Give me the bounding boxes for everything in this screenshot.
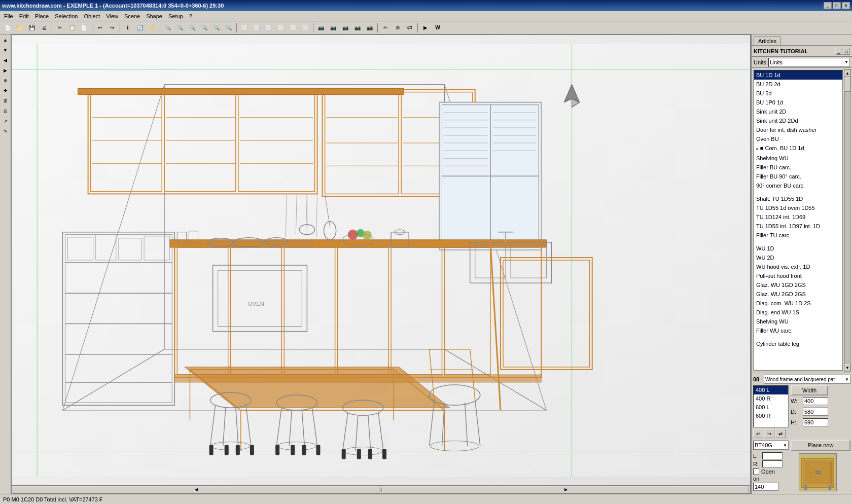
left-tb-up[interactable]: ▲ bbox=[1, 35, 10, 45]
maximize-button[interactable]: □ bbox=[833, 2, 841, 9]
menu-shape[interactable]: Shape bbox=[143, 13, 165, 20]
icon-rotate-left[interactable]: ↩ bbox=[753, 429, 763, 438]
panel-minimize[interactable]: _ bbox=[835, 48, 842, 55]
list-item-23[interactable]: WU hood vis. extr. 1D bbox=[754, 262, 842, 271]
tb-cam3[interactable]: 📷 bbox=[340, 23, 351, 33]
tb-lightning[interactable]: ⚡ bbox=[147, 23, 158, 33]
tb-view1[interactable]: ⬜ bbox=[239, 23, 250, 33]
tb-zoom-out[interactable]: 🔍 bbox=[174, 23, 186, 33]
tb-zoom-fit[interactable]: 🔍 bbox=[187, 23, 198, 33]
list-item-17[interactable]: TU 1D124 int. 1D69 bbox=[754, 212, 842, 222]
left-tb-arrow[interactable]: ↗ bbox=[1, 117, 10, 126]
list-item-24[interactable]: Pull-out hood front bbox=[754, 271, 842, 280]
tb-save[interactable]: 💾 bbox=[26, 23, 38, 33]
list-item-19[interactable]: Filler TU carc. bbox=[754, 231, 842, 240]
list-item-11[interactable]: Filler BU carc. bbox=[754, 163, 842, 172]
scroll-left-arrow[interactable]: ◀ bbox=[13, 486, 379, 493]
list-item-13[interactable]: 90° corner BU carc. bbox=[754, 181, 842, 190]
menu-view[interactable]: View bbox=[103, 13, 121, 20]
tb-zoom-3[interactable]: 🔍 bbox=[199, 23, 210, 33]
size-item-400L[interactable]: 400 L bbox=[754, 386, 788, 394]
list-item-27[interactable]: Diag. com. WU 1D 2S bbox=[754, 299, 842, 308]
tb-view2[interactable]: ⬜ bbox=[251, 23, 262, 33]
size-item-600L[interactable]: 600 L bbox=[754, 403, 788, 412]
list-item-22[interactable]: WU 2D bbox=[754, 253, 842, 262]
h-input[interactable]: 690 bbox=[803, 418, 828, 426]
left-tb-plus[interactable]: ⊕ bbox=[1, 76, 10, 85]
list-item-21[interactable]: WU 1D bbox=[754, 244, 842, 253]
open-checkbox[interactable] bbox=[753, 469, 759, 475]
left-tb-grid-minus[interactable]: ⊟ bbox=[1, 106, 10, 116]
tb-play[interactable]: ▶ bbox=[420, 23, 431, 33]
tb-cam2[interactable]: 📷 bbox=[328, 23, 339, 33]
kitchen-viewport[interactable]: OVEN bbox=[12, 35, 750, 485]
list-item-4[interactable]: BU 1P0 1d bbox=[754, 98, 842, 107]
titlebar-controls[interactable]: _ □ × bbox=[824, 2, 850, 9]
tb-cam1[interactable]: 📷 bbox=[315, 23, 327, 33]
articles-tab[interactable]: Articles bbox=[754, 37, 781, 45]
list-item-25[interactable]: Glaz. WU 1GD 2GS bbox=[754, 280, 842, 290]
icon-mirror[interactable]: ⇌ bbox=[775, 429, 786, 438]
list-scroll-down[interactable]: ▼ bbox=[844, 364, 850, 371]
d-input[interactable]: 580 bbox=[803, 408, 828, 416]
scroll-right-arrow[interactable]: ▶ bbox=[382, 486, 749, 493]
r-input[interactable] bbox=[762, 460, 783, 467]
left-tb-draw[interactable]: ✎ bbox=[1, 127, 10, 136]
list-item-9[interactable]: ■ Com. BU 1D 1d bbox=[754, 143, 842, 154]
size-list[interactable]: 400 L400 R600 L600 R bbox=[753, 385, 789, 427]
tb-zoom-5[interactable]: 🔍 bbox=[223, 23, 234, 33]
list-item-8[interactable]: Oven BU bbox=[754, 134, 842, 143]
scroll-thumb[interactable] bbox=[844, 77, 850, 92]
left-tb-down[interactable]: ▼ bbox=[1, 46, 10, 55]
list-item-6[interactable]: Sink unit 2D 2Dd bbox=[754, 116, 842, 125]
list-item-10[interactable]: Shelving WU bbox=[754, 154, 842, 163]
left-tb-cross[interactable]: ✚ bbox=[1, 86, 10, 95]
items-list[interactable]: BU 1D 1dBU 2D 2dBU 5dBU 1P0 1dSink unit … bbox=[754, 70, 843, 371]
list-item-5[interactable]: Sink unit 2D bbox=[754, 107, 842, 116]
panel-maximize[interactable]: □ bbox=[843, 48, 850, 55]
tb-view3[interactable]: ⬜ bbox=[263, 23, 274, 33]
tb-settings[interactable]: ⚙ bbox=[392, 23, 403, 33]
l-input[interactable] bbox=[762, 452, 783, 459]
canvas-scrollbar-h[interactable]: ◀ ▶ bbox=[12, 485, 750, 493]
menu-edit[interactable]: Edit bbox=[16, 13, 32, 20]
tb-view4[interactable]: ⬜ bbox=[275, 23, 287, 33]
tb-zoom-4[interactable]: 🔍 bbox=[211, 23, 222, 33]
list-scroll-up[interactable]: ▲ bbox=[844, 69, 850, 77]
w-input[interactable]: 400 bbox=[803, 397, 828, 405]
list-item-18[interactable]: TU 1D55 int. 1D97 int. 1D bbox=[754, 222, 842, 231]
items-scrollbar[interactable]: ▲ ▼ bbox=[844, 69, 851, 372]
minimize-button[interactable]: _ bbox=[824, 2, 832, 9]
close-button[interactable]: × bbox=[842, 2, 850, 9]
canvas-area[interactable]: OVEN bbox=[11, 34, 751, 494]
list-item-15[interactable]: Shalt. TU 1D55 1D bbox=[754, 194, 842, 203]
left-tb-grid-plus[interactable]: ⊞ bbox=[1, 96, 10, 105]
list-item-26[interactable]: Glaz. WU 2GD 2GS bbox=[754, 290, 842, 299]
units-dropdown[interactable]: Units ▼ bbox=[768, 58, 850, 67]
tb-new[interactable]: 📄 bbox=[2, 23, 13, 33]
size-item-400R[interactable]: 400 R bbox=[754, 394, 788, 403]
list-item-28[interactable]: Diag. end WU 1S bbox=[754, 308, 842, 317]
menu-object[interactable]: Object bbox=[81, 13, 103, 20]
left-tb-left[interactable]: ◀ bbox=[1, 56, 10, 65]
size-item-600R[interactable]: 600 R bbox=[754, 412, 788, 420]
tb-info[interactable]: ℹ bbox=[122, 23, 133, 33]
tb-view5[interactable]: ⬜ bbox=[288, 23, 299, 33]
color-dropdown[interactable]: BT40G ▼ bbox=[753, 441, 789, 450]
list-item-29[interactable]: Shelving WU bbox=[754, 317, 842, 326]
menu-scene[interactable]: Scene bbox=[121, 13, 143, 20]
tb-redo[interactable]: ↪ bbox=[106, 23, 118, 33]
final-value-input[interactable]: 140 bbox=[753, 483, 778, 491]
tb-label[interactable]: 🏷 bbox=[404, 23, 415, 33]
menu-setup[interactable]: Setup bbox=[165, 13, 186, 20]
place-now-button[interactable]: Place now bbox=[791, 440, 850, 451]
menu-help[interactable]: ? bbox=[186, 13, 195, 20]
list-item-12[interactable]: Filler BU 90° carc. bbox=[754, 172, 842, 181]
tb-photo[interactable]: 📸 bbox=[364, 23, 375, 33]
menu-place[interactable]: Place bbox=[32, 13, 52, 20]
list-item-1[interactable]: BU 1D 1d bbox=[754, 70, 842, 80]
menu-selection[interactable]: Selection bbox=[52, 13, 81, 20]
width-button[interactable]: Width bbox=[791, 385, 828, 395]
tb-edit[interactable]: ✏ bbox=[380, 23, 391, 33]
list-item-2[interactable]: BU 2D 2d bbox=[754, 80, 842, 89]
